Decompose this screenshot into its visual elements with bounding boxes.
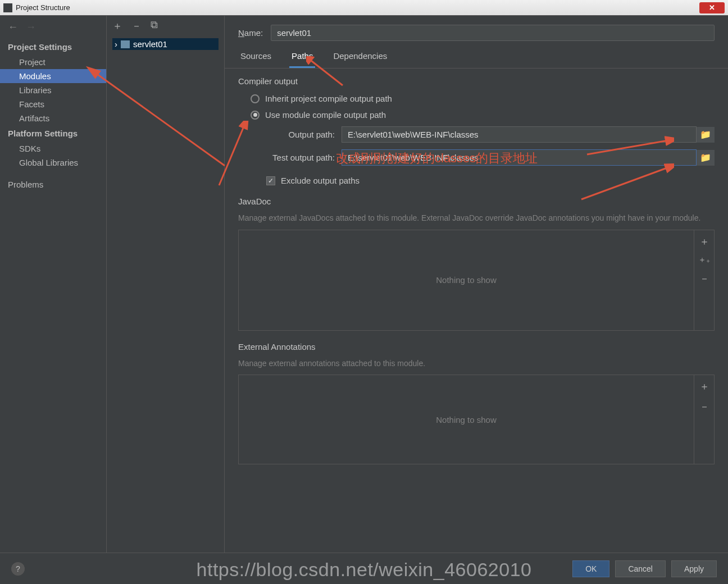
sidebar-item-modules[interactable]: Modules (0, 69, 106, 83)
copy-module-icon[interactable]: ⧉ (151, 19, 158, 33)
module-list-panel: ＋ － ⧉ › servlet01 (107, 16, 225, 553)
sidebar-item-project[interactable]: Project (0, 55, 106, 69)
javadoc-title: JavaDoc (238, 197, 715, 211)
name-label: Name: (238, 28, 263, 38)
test-output-path-label: Test output path: (251, 153, 335, 162)
sidebar-item-global-libraries[interactable]: Global Libraries (0, 156, 106, 170)
tree-expand-icon[interactable]: › (115, 39, 117, 49)
browse-output-button[interactable]: 📁 (697, 127, 715, 143)
app-icon (3, 3, 12, 12)
radio-use-module[interactable] (251, 111, 260, 120)
tab-sources[interactable]: Sources (238, 48, 274, 68)
browse-test-output-button[interactable]: 📁 (697, 150, 715, 166)
sidebar-item-sdks[interactable]: SDKs (0, 142, 106, 156)
project-settings-header: Project Settings (0, 39, 106, 55)
test-output-path-input[interactable] (342, 149, 697, 166)
sidebar-item-artifacts[interactable]: Artifacts (0, 111, 106, 125)
left-sidebar: ← → Project Settings Project Modules Lib… (0, 16, 107, 553)
javadoc-empty-text: Nothing to show (239, 230, 694, 330)
apply-button[interactable]: Apply (671, 560, 717, 577)
add-url-javadoc-icon[interactable]: ＋₊ (698, 255, 710, 265)
exclude-checkbox[interactable]: ✓ (266, 176, 275, 185)
ext-annot-desc: Manage external annotations attached to … (238, 356, 715, 375)
compiler-output-title: Compiler output (238, 76, 715, 90)
output-path-input[interactable] (342, 126, 697, 143)
remove-annot-icon[interactable]: － (699, 400, 709, 413)
output-path-label: Output path: (251, 130, 335, 139)
close-button[interactable]: ✕ (699, 2, 725, 13)
main-content: Name: Sources Paths Dependencies Compile… (225, 16, 728, 553)
javadoc-listbox: Nothing to show ＋ ＋₊ － (238, 230, 715, 331)
window-title: Project Structure (16, 3, 70, 12)
dialog-footer: ? OK Cancel Apply (0, 553, 728, 584)
tab-dependencies[interactable]: Dependencies (331, 48, 389, 68)
sidebar-item-libraries[interactable]: Libraries (0, 83, 106, 97)
tab-paths[interactable]: Paths (289, 48, 315, 68)
module-name-input[interactable] (271, 25, 715, 41)
sidebar-item-facets[interactable]: Facets (0, 97, 106, 111)
folder-open-icon: 📁 (700, 129, 711, 140)
nav-forward-icon[interactable]: → (26, 21, 36, 33)
remove-module-icon[interactable]: － (131, 19, 142, 33)
remove-javadoc-icon[interactable]: － (699, 272, 709, 285)
platform-settings-header: Platform Settings (0, 125, 106, 142)
add-module-icon[interactable]: ＋ (112, 19, 122, 33)
exclude-label: Exclude output paths (281, 176, 360, 185)
cancel-button[interactable]: Cancel (615, 560, 666, 577)
inherit-label: Inherit project compile output path (265, 94, 392, 103)
module-tree-item[interactable]: › servlet01 (112, 38, 219, 50)
folder-icon (121, 40, 130, 48)
title-bar: Project Structure ✕ (0, 0, 728, 16)
help-button[interactable]: ? (11, 562, 25, 576)
module-name: servlet01 (133, 39, 167, 49)
tabs-bar: Sources Paths Dependencies (225, 48, 728, 69)
add-javadoc-icon[interactable]: ＋ (699, 235, 709, 248)
folder-open-icon: 📁 (700, 152, 711, 163)
ok-button[interactable]: OK (572, 560, 609, 577)
radio-inherit[interactable] (251, 94, 260, 103)
sidebar-item-problems[interactable]: Problems (0, 177, 106, 191)
javadoc-desc: Manage external JavaDocs attached to thi… (238, 211, 715, 230)
ext-annot-listbox: Nothing to show ＋ － (238, 375, 715, 464)
ext-annot-title: External Annotations (238, 342, 715, 356)
nav-back-icon[interactable]: ← (8, 21, 18, 33)
ext-annot-empty-text: Nothing to show (239, 375, 694, 464)
add-annot-icon[interactable]: ＋ (699, 380, 709, 393)
use-module-label: Use module compile output path (265, 110, 386, 120)
